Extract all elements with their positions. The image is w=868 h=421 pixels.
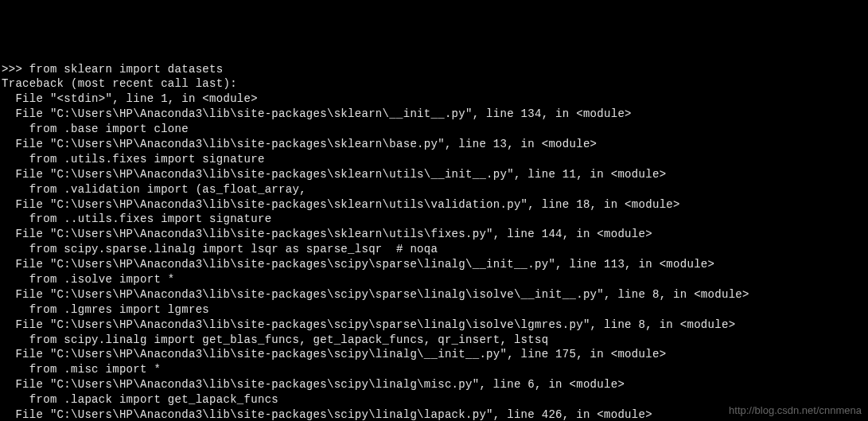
terminal-output[interactable]: >>> from sklearn import datasetsTracebac… xyxy=(2,62,866,421)
terminal-line: File "<stdin>", line 1, in <module> xyxy=(2,92,866,107)
terminal-line: from .base import clone xyxy=(2,122,866,137)
terminal-line: from ..utils.fixes import signature xyxy=(2,212,866,227)
terminal-line: File "C:\Users\HP\Anaconda3\lib\site-pac… xyxy=(2,197,866,212)
terminal-line: File "C:\Users\HP\Anaconda3\lib\site-pac… xyxy=(2,227,866,242)
terminal-line: File "C:\Users\HP\Anaconda3\lib\site-pac… xyxy=(2,137,866,152)
terminal-line: File "C:\Users\HP\Anaconda3\lib\site-pac… xyxy=(2,257,866,272)
terminal-line: File "C:\Users\HP\Anaconda3\lib\site-pac… xyxy=(2,107,866,122)
terminal-line: File "C:\Users\HP\Anaconda3\lib\site-pac… xyxy=(2,377,866,392)
terminal-line: File "C:\Users\HP\Anaconda3\lib\site-pac… xyxy=(2,167,866,182)
terminal-line: from .utils.fixes import signature xyxy=(2,152,866,167)
terminal-line: from .lgmres import lgmres xyxy=(2,302,866,318)
terminal-line: File "C:\Users\HP\Anaconda3\lib\site-pac… xyxy=(2,287,866,302)
watermark-text: http://blog.csdn.net/cnnmena xyxy=(729,403,862,418)
terminal-line: from .isolve import * xyxy=(2,272,866,287)
terminal-line: >>> from sklearn import datasets xyxy=(2,62,866,77)
terminal-line: Traceback (most recent call last): xyxy=(2,76,866,92)
terminal-line: File "C:\Users\HP\Anaconda3\lib\site-pac… xyxy=(2,347,866,362)
terminal-line: File "C:\Users\HP\Anaconda3\lib\site-pac… xyxy=(2,318,866,333)
terminal-line: from .validation import (as_float_array, xyxy=(2,182,866,197)
terminal-line: from scipy.sparse.linalg import lsqr as … xyxy=(2,242,866,257)
terminal-line: from .misc import * xyxy=(2,362,866,377)
terminal-line: from scipy.linalg import get_blas_funcs,… xyxy=(2,333,866,348)
